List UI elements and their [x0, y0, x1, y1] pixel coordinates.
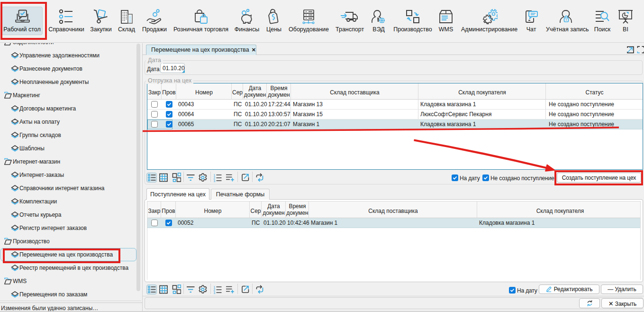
- svg-text:3: 3: [214, 291, 216, 294]
- svg-text:3: 3: [214, 179, 216, 183]
